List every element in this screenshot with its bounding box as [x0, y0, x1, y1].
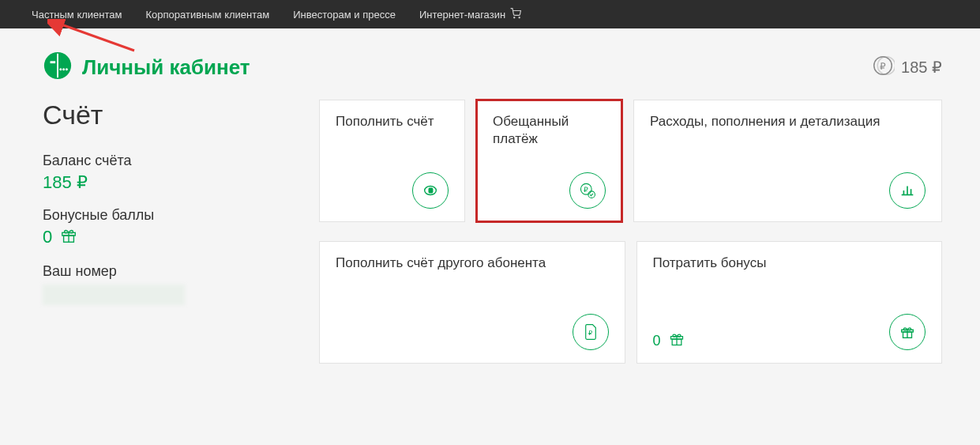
top-nav: Частным клиентам Корпоративным клиентам …: [0, 0, 980, 28]
card-topup-other-title: Пополнить счёт другого абонента: [336, 255, 609, 272]
gift-icon: [669, 331, 685, 350]
card-topup[interactable]: Пополнить счёт: [319, 100, 465, 222]
balance-value: 185 ₽: [43, 172, 287, 193]
gift-icon: [60, 227, 77, 247]
logo-icon: [43, 51, 73, 84]
card-promised-payment[interactable]: Обещанный платёж ₽: [476, 100, 622, 222]
balance-label: Баланс счёта: [43, 153, 287, 169]
gift-circle-icon: [889, 314, 926, 350]
card-spend-bonus[interactable]: Потратить бонусы 0: [636, 241, 943, 364]
svg-text:₽: ₽: [880, 60, 886, 71]
spend-bonus-value: 0: [653, 333, 661, 349]
page-title: Личный кабинет: [82, 55, 250, 80]
sidebar: Счёт Баланс счёта 185 ₽ Бонусные баллы 0…: [43, 100, 287, 364]
card-topup-other[interactable]: Пополнить счёт другого абонента ₽: [319, 241, 625, 364]
ruble-check-icon: ₽: [569, 172, 606, 209]
page-header: Личный кабинет ₽ 185 ₽: [0, 28, 980, 100]
svg-rect-5: [51, 61, 56, 63]
cards-grid: Пополнить счёт Обещанный платёж ₽ Расход…: [319, 100, 942, 364]
svg-point-8: [66, 68, 68, 70]
nav-online-shop[interactable]: Интернет-магазин: [419, 8, 521, 21]
svg-text:₽: ₽: [588, 330, 592, 337]
sim-icon: ₽: [573, 314, 609, 350]
wallet-icon: [412, 172, 449, 209]
nav-shop-label: Интернет-магазин: [419, 9, 505, 21]
card-promised-title: Обещанный платёж: [493, 113, 606, 148]
nav-private-clients[interactable]: Частным клиентам: [32, 9, 122, 21]
svg-point-0: [514, 17, 515, 17]
svg-point-6: [59, 68, 62, 70]
card-spend-bonus-title: Потратить бонусы: [653, 255, 926, 272]
bonus-label: Бонусные баллы: [43, 207, 287, 224]
svg-rect-4: [57, 54, 58, 77]
card-expenses-title: Расходы, пополнения и детализация: [650, 113, 926, 130]
card-topup-title: Пополнить счёт: [336, 113, 449, 130]
svg-point-7: [62, 68, 65, 70]
nav-corporate-clients[interactable]: Корпоративным клиентам: [146, 9, 270, 21]
svg-text:₽: ₽: [584, 185, 588, 194]
card-expenses[interactable]: Расходы, пополнения и детализация: [633, 100, 942, 222]
bar-chart-icon: [889, 172, 926, 209]
nav-investors-press[interactable]: Инвесторам и прессе: [293, 9, 396, 21]
svg-point-1: [519, 17, 520, 17]
bonus-value: 0: [43, 227, 52, 247]
svg-rect-16: [429, 188, 433, 193]
ruble-icon: ₽: [871, 54, 895, 81]
header-balance: ₽ 185 ₽: [871, 54, 942, 81]
cart-icon: [510, 8, 521, 21]
phone-label: Ваш номер: [43, 263, 287, 280]
phone-value-redacted: [43, 285, 185, 305]
sidebar-section-title: Счёт: [43, 100, 287, 130]
header-balance-value: 185 ₽: [901, 58, 942, 77]
